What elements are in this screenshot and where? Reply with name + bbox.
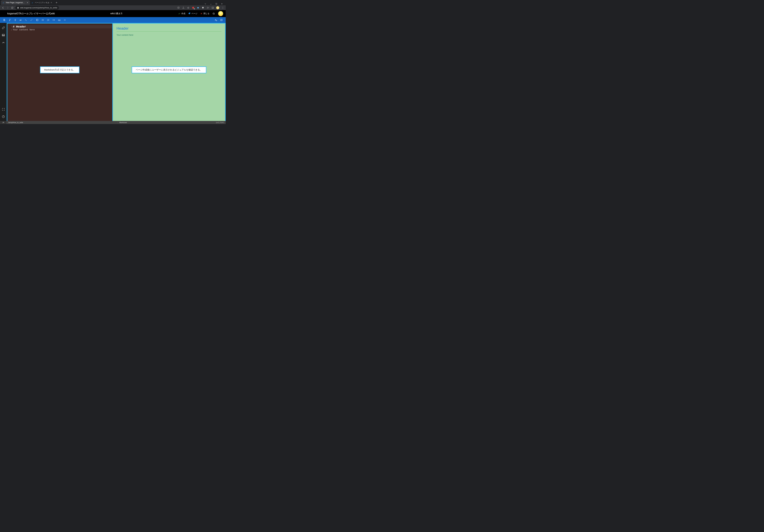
close-icon[interactable] (51, 2, 52, 4)
superscript-button[interactable]: x2 (29, 18, 34, 23)
close-icon (200, 12, 203, 15)
app-header: kogamaiGTAロールプレイサーバー公式wiki wikiの書き方 作成 ペ… (0, 10, 226, 17)
user-avatar[interactable] (218, 11, 223, 16)
profile-avatar[interactable] (216, 6, 219, 9)
editor-sidebar: ? (0, 23, 7, 121)
tab-label: New Page | kogamaiGTAロールプレ (6, 1, 25, 4)
site-title[interactable]: kogamaiGTAロールプレイサーバー公式wiki (2, 12, 55, 15)
status-bar: JA /temp/How_to_write Markdown Ln 2, Col… (0, 121, 226, 124)
close-button[interactable]: 閉じる (200, 12, 210, 15)
image-icon[interactable] (2, 33, 5, 37)
subscript-button[interactable]: x2 (24, 18, 29, 23)
reading-list-icon[interactable] (206, 6, 209, 9)
bookmark-star-icon[interactable] (187, 6, 190, 9)
blockquote-button[interactable] (35, 18, 40, 23)
lock-icon (17, 7, 19, 9)
tag-icon (188, 12, 191, 15)
window-controls (202, 2, 226, 5)
svg-text:?: ? (3, 116, 4, 117)
heading-button[interactable]: H# (18, 18, 23, 23)
strikethrough-button[interactable] (13, 18, 18, 23)
browser-titlebar: New Page | kogamaiGTAロールプレ ページ | ウィキ.js (0, 0, 226, 5)
svg-text:x: x (31, 19, 32, 21)
status-lang[interactable]: JA (0, 121, 7, 124)
forward-button[interactable] (6, 6, 9, 9)
svg-point-7 (190, 13, 190, 13)
back-button[interactable] (2, 6, 5, 9)
italic-button[interactable] (7, 18, 12, 23)
check-icon (178, 12, 180, 15)
tab-1[interactable]: ページ | ウィキ.js (30, 0, 54, 5)
svg-text:x: x (25, 19, 26, 21)
page-title: wikiの書き方 (57, 12, 176, 15)
main-area: ? 1▸ 2 # Header Your content here Markdo… (0, 23, 226, 121)
extensions-puzzle-icon[interactable] (202, 6, 204, 9)
keyboard-button[interactable] (57, 18, 62, 23)
preview-pane: Header Your content here ページ作成後にユーザーに表示さ… (113, 24, 226, 121)
unordered-list-button[interactable] (40, 18, 45, 23)
editor-toolbar: H# x2 x2 123 A (0, 17, 226, 23)
svg-text:3: 3 (47, 20, 48, 21)
reload-button[interactable] (11, 6, 14, 9)
svg-point-14 (42, 19, 42, 20)
svg-rect-3 (212, 7, 214, 8)
svg-point-4 (223, 7, 223, 7)
page-button[interactable]: ページ (188, 12, 197, 15)
bold-button[interactable] (2, 18, 7, 23)
status-path[interactable]: /temp/How_to_write (7, 122, 25, 123)
url-text: wiki.kogamai.com/e/ja/temp/How_to_write (20, 7, 57, 9)
editor-line-2: Your content here (13, 28, 112, 31)
svg-rect-2 (197, 7, 199, 8)
svg-text:2: 2 (26, 20, 27, 21)
minimize-icon[interactable] (210, 2, 212, 5)
svg-point-5 (223, 8, 223, 8)
chevron-down-icon[interactable] (204, 2, 207, 5)
svg-point-6 (223, 8, 223, 9)
preview-body: Your content here (116, 34, 222, 36)
extension-icon[interactable] (197, 6, 199, 9)
markdown-editor[interactable]: 1▸ 2 # Header Your content here Markdown… (7, 24, 113, 121)
wiki-favicon-icon (2, 2, 5, 4)
preview-header: Header (116, 26, 222, 32)
horizontal-rule-button[interactable] (62, 18, 67, 23)
svg-text:A: A (215, 19, 216, 21)
status-cursor-pos: Ln 2, Col 1 (215, 122, 226, 123)
wiki-favicon-icon (32, 2, 34, 4)
status-mode[interactable]: Markdown (118, 122, 129, 123)
editor-callout: Markdown方式で記入できる。 (40, 66, 80, 73)
tab-strip: New Page | kogamaiGTAロールプレ ページ | ウィキ.js (0, 0, 58, 5)
diagram-icon[interactable] (2, 41, 5, 44)
address-bar[interactable]: wiki.kogamai.com/e/ja/temp/How_to_write (15, 6, 59, 10)
tab-label: ページ | ウィキ.js (35, 1, 49, 4)
line-gutter: 1▸ 2 (7, 24, 13, 121)
code-button[interactable] (51, 18, 56, 23)
kebab-menu-icon[interactable] (221, 6, 224, 9)
link-icon[interactable] (2, 26, 5, 30)
settings-button[interactable] (212, 12, 215, 15)
svg-text:2: 2 (32, 19, 32, 20)
split-view-button[interactable] (219, 18, 224, 23)
window-close-icon[interactable] (221, 2, 223, 5)
close-icon[interactable] (27, 2, 28, 4)
editor-line-1: # Header (13, 25, 112, 28)
svg-point-15 (42, 20, 42, 20)
install-app-icon[interactable] (177, 6, 180, 9)
maximize-icon[interactable] (215, 2, 218, 5)
fullscreen-icon[interactable] (2, 107, 5, 111)
ordered-list-button[interactable]: 123 (46, 18, 51, 23)
svg-text:H#: H# (20, 19, 22, 21)
share-icon[interactable] (182, 6, 185, 9)
preview-callout: ページ作成後にユーザーに表示されるビジュアルを確認できる。 (131, 66, 206, 73)
create-button[interactable]: 作成 (178, 12, 185, 15)
svg-rect-13 (37, 19, 38, 21)
ublock-icon[interactable]: 3 (192, 6, 195, 9)
help-icon[interactable]: ? (2, 115, 5, 118)
svg-rect-0 (216, 3, 217, 4)
format-settings-button[interactable]: A (214, 18, 218, 23)
tab-0[interactable]: New Page | kogamaiGTAロールプレ (1, 0, 30, 5)
new-tab-button[interactable] (55, 1, 58, 4)
svg-point-22 (216, 20, 217, 21)
side-panel-icon[interactable] (211, 6, 214, 9)
browser-toolbar: wiki.kogamai.com/e/ja/temp/How_to_write … (0, 5, 226, 10)
